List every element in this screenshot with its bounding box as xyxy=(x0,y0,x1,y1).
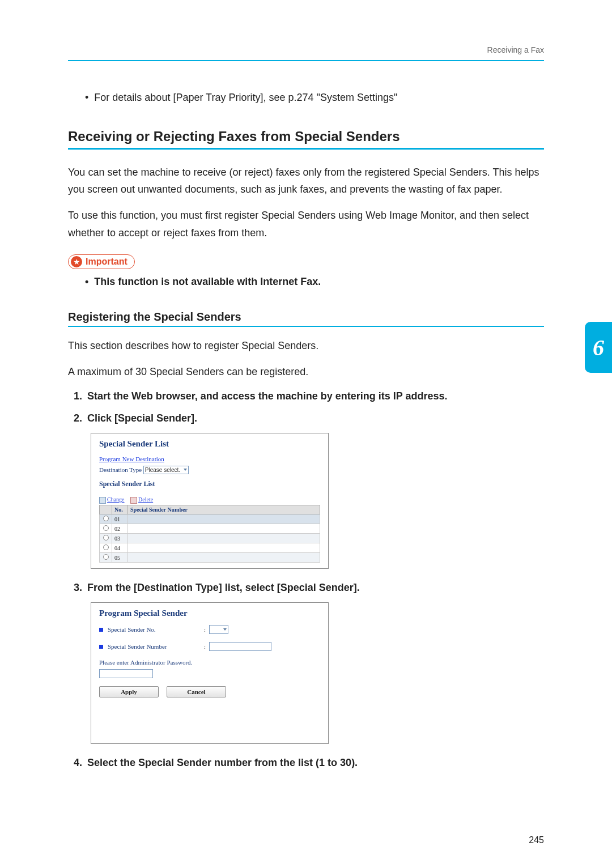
body-paragraph: This section describes how to register S… xyxy=(68,337,544,355)
radio-icon[interactable] xyxy=(103,525,109,531)
body-paragraph: To use this function, you must first reg… xyxy=(68,207,544,241)
table-row[interactable]: 04 xyxy=(100,543,320,553)
row-no: 04 xyxy=(112,543,128,553)
cancel-button[interactable]: Cancel xyxy=(167,686,226,697)
row-no: 02 xyxy=(112,524,128,534)
screenshot-program-special-sender: Program Special Sender Special Sender No… xyxy=(91,602,329,744)
subsection-heading: Registering the Special Senders xyxy=(68,310,544,327)
radio-icon[interactable] xyxy=(103,535,109,541)
note-bullet: • For details about [Paper Tray Priority… xyxy=(85,90,544,106)
special-sender-table: No. Special Sender Number 01 02 03 xyxy=(99,505,320,563)
radio-icon[interactable] xyxy=(103,554,109,560)
body-paragraph: A maximum of 30 Special Senders can be r… xyxy=(68,363,544,381)
dest-type-text: Destination Type xyxy=(99,466,142,473)
star-icon: ★ xyxy=(71,256,82,267)
row-no: 01 xyxy=(112,514,128,524)
program-new-destination-link[interactable]: Program New Destination xyxy=(99,456,320,462)
special-sender-no-select[interactable] xyxy=(209,625,228,634)
step-2: 2.Click [Special Sender]. xyxy=(74,411,544,426)
breadcrumb: Receiving a Fax xyxy=(68,45,544,61)
bullet-icon xyxy=(99,628,103,632)
section-heading: Receiving or Rejecting Faxes from Specia… xyxy=(68,129,544,150)
table-row[interactable]: 01 xyxy=(100,514,320,524)
row-no: 05 xyxy=(112,553,128,563)
apply-button[interactable]: Apply xyxy=(99,686,159,697)
special-sender-no-label: Special Sender No. xyxy=(108,626,204,633)
step-text: Click [Special Sender]. xyxy=(87,412,197,424)
important-bullet: • This function is not available with In… xyxy=(85,276,544,288)
ss2-title: Program Special Sender xyxy=(99,609,320,618)
delete-link[interactable]: Delete xyxy=(138,496,153,503)
screenshot-special-sender-list: Special Sender List Program New Destinat… xyxy=(91,433,329,569)
change-icon xyxy=(99,497,106,504)
ss1-title: Special Sender List xyxy=(99,439,320,449)
step-text: Select the Special Sender number from th… xyxy=(87,757,358,768)
important-label: Important xyxy=(86,257,128,267)
delete-icon xyxy=(130,497,137,504)
step-text: From the [Destination Type] list, select… xyxy=(87,582,360,593)
ss1-subheading: Special Sender List xyxy=(99,480,320,488)
admin-password-input[interactable] xyxy=(99,669,153,678)
body-paragraph: You can set the machine to receive (or r… xyxy=(68,164,544,198)
change-link[interactable]: Change xyxy=(107,496,125,503)
step-1: 1.Start the Web browser, and access the … xyxy=(74,389,544,404)
step-3: 3.From the [Destination Type] list, sele… xyxy=(74,580,544,595)
admin-password-label: Please enter Administrator Password. xyxy=(99,659,320,666)
chapter-tab: 6 xyxy=(585,322,612,373)
step-text: Start the Web browser, and access the ma… xyxy=(87,390,448,402)
table-row[interactable]: 03 xyxy=(100,534,320,543)
bullet-icon xyxy=(99,645,103,649)
note-text: For details about [Paper Tray Priority],… xyxy=(94,92,397,103)
special-sender-number-label: Special Sender Number xyxy=(108,643,204,650)
special-sender-no-row: Special Sender No. : xyxy=(99,625,320,634)
radio-icon[interactable] xyxy=(103,544,109,550)
important-badge: ★ Important xyxy=(68,254,135,269)
step-4: 4.Select the Special Sender number from … xyxy=(74,755,544,771)
col-no: No. xyxy=(112,505,128,514)
radio-icon[interactable] xyxy=(103,516,109,521)
col-number: Special Sender Number xyxy=(128,505,320,514)
table-row[interactable]: 05 xyxy=(100,553,320,563)
important-text: This function is not available with Inte… xyxy=(94,276,321,287)
ss1-toolbar: Change Delete xyxy=(99,496,320,504)
special-sender-number-row: Special Sender Number : xyxy=(99,642,320,651)
table-row[interactable]: 02 xyxy=(100,524,320,534)
special-sender-number-input[interactable] xyxy=(209,642,271,651)
destination-type-label: Destination Type Please select. xyxy=(99,466,320,474)
destination-type-select[interactable]: Please select. xyxy=(143,466,189,474)
row-no: 03 xyxy=(112,534,128,543)
page-number: 245 xyxy=(529,835,544,845)
